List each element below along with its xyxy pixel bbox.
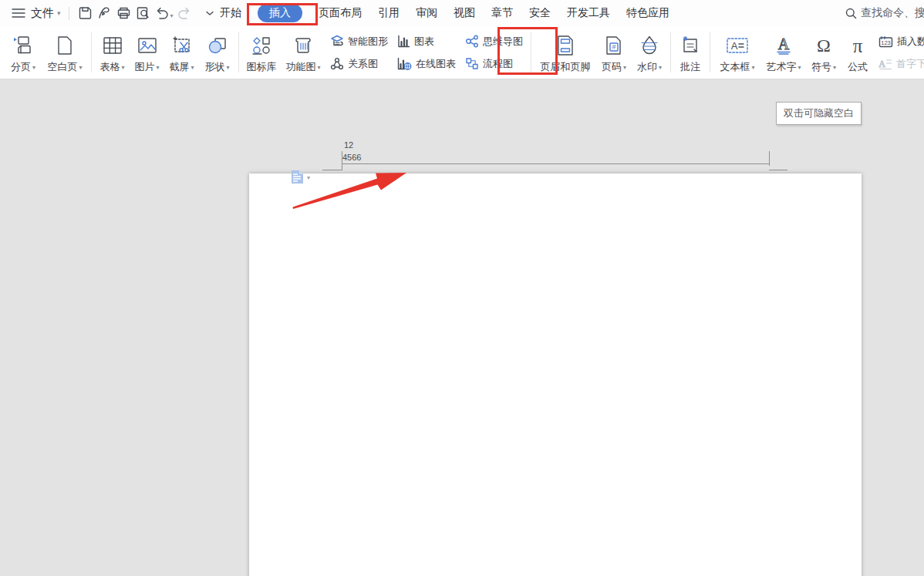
ribbon-insert-number-button[interactable]: 123 插入数字 (877, 32, 924, 52)
text-box-label: 文本框 (720, 60, 750, 74)
table-icon (103, 32, 123, 59)
shapes-label: 形状 (204, 60, 224, 74)
save-button[interactable] (76, 4, 95, 22)
ribbon-flowchart-button[interactable]: 流程图 (464, 54, 524, 74)
ribbon-watermark-button[interactable]: 水印▾ (632, 26, 667, 79)
ribbon-graphics-stack: 智能图形 关系图 (325, 26, 393, 79)
ribbon-mind-map-button[interactable]: 思维导图 (464, 32, 524, 52)
ribbon-header-footer-button[interactable]: 页眉和页脚 (535, 26, 596, 79)
ribbon-drop-cap-button[interactable]: A 首字下沉 (877, 54, 924, 74)
chevron-down-icon: ▾ (659, 64, 662, 71)
ribbon-symbol-button[interactable]: Ω 符号▾ (806, 26, 841, 79)
file-menu-label: 文件 (31, 6, 54, 21)
picture-label: 图片 (134, 60, 154, 74)
header-text-line1[interactable]: 12 (344, 140, 353, 151)
header-left-margin-mark (342, 151, 342, 170)
command-search-input[interactable]: 查找命令、搜索 (845, 0, 924, 26)
ribbon-page-number-button[interactable]: # 页码▾ (596, 26, 632, 79)
ribbon-relation-diagram-button[interactable]: 关系图 (329, 54, 389, 74)
redo-button[interactable] (175, 4, 194, 22)
document-page[interactable] (249, 173, 862, 576)
header-text-line2[interactable]: 4566 (342, 152, 361, 163)
ribbon-screenshot-button[interactable]: 截屏▾ (164, 26, 199, 79)
chevron-down-icon: ▾ (833, 64, 836, 71)
icon-library-icon (251, 32, 271, 59)
print-preview-button[interactable] (133, 4, 153, 22)
hide-blank-space-tip[interactable]: 双击可隐藏空白 (776, 102, 862, 125)
ribbon-blank-page-button[interactable]: 空白页▾ (42, 26, 88, 79)
toolbar-more-icon[interactable] (201, 4, 220, 22)
flowchart-label: 流程图 (483, 57, 513, 71)
ribbon-wordart-button[interactable]: A 艺术字▾ (761, 26, 806, 79)
undo-button[interactable] (153, 4, 172, 22)
chevron-down-icon: ▾ (57, 9, 61, 17)
tab-insert[interactable]: 插入 (258, 4, 302, 22)
online-chart-label: 在线图表 (416, 57, 456, 71)
mind-map-icon (465, 35, 479, 48)
ribbon-shapes-button[interactable]: 形状▾ (199, 26, 235, 79)
mind-map-label: 思维导图 (483, 35, 523, 49)
ribbon-text-box-button[interactable]: A 文本框▾ (713, 26, 761, 79)
ribbon-formula-button[interactable]: π 公式 (841, 26, 874, 79)
ribbon-table-button[interactable]: 表格▾ (95, 26, 130, 79)
chevron-down-icon: ▾ (79, 64, 82, 71)
ribbon-group-divider (238, 32, 239, 72)
header-right-corner-mark (769, 170, 787, 170)
ribbon-comment-button[interactable]: 批注 (674, 26, 706, 79)
tab-page-layout[interactable]: 页面布局 (319, 6, 362, 20)
header-document-icon (291, 170, 304, 184)
hash-glyph: # (612, 43, 615, 51)
main-menu-icon[interactable] (11, 5, 26, 21)
textbox-letter: A (731, 40, 738, 52)
tab-view[interactable]: 视图 (454, 6, 475, 20)
header-options-button[interactable]: ▾ (291, 170, 310, 184)
tab-special-apps[interactable]: 特色应用 (626, 6, 669, 20)
icon-library-label: 图标库 (247, 60, 277, 74)
ribbon-group-divider (670, 32, 671, 72)
tab-review[interactable]: 审阅 (416, 6, 437, 20)
smart-graphics-label: 智能图形 (348, 35, 388, 49)
pi-formula-icon: π (853, 32, 863, 59)
file-menu-button[interactable]: 文件 ▾ (31, 6, 61, 21)
ribbon-function-diagram-button[interactable]: 功能图▾ (281, 26, 325, 79)
text-box-icon: A (726, 32, 749, 59)
tab-references[interactable]: 引用 (378, 6, 400, 20)
ribbon-online-chart-button[interactable]: 在线图表 (396, 54, 457, 74)
quick-access-toolbar: ▾ (76, 4, 220, 22)
export-pdf-button[interactable] (95, 4, 114, 22)
chevron-down-icon: ▾ (798, 64, 801, 71)
chevron-down-icon: ▾ (226, 64, 229, 71)
page-number-label: 页码 (602, 60, 622, 74)
header-left-corner-mark (322, 170, 342, 170)
chevron-down-icon: ▾ (156, 64, 159, 71)
ribbon-picture-button[interactable]: 图片▾ (130, 26, 164, 79)
function-diagram-label: 功能图 (285, 60, 315, 74)
dropcap-letter: A (878, 59, 885, 69)
tab-developer[interactable]: 开发工具 (567, 6, 610, 20)
document-canvas (0, 79, 924, 576)
ribbon-group-divider (531, 32, 531, 72)
page-break-label: 分页 (11, 60, 31, 74)
smart-graphics-icon (330, 35, 344, 48)
header-boundary-line (342, 163, 769, 164)
undo-dropdown-icon[interactable]: ▾ (170, 12, 174, 19)
ribbon-chart-button[interactable]: 图表 (396, 32, 457, 52)
print-button[interactable] (114, 4, 133, 22)
watermark-label: 水印 (637, 60, 657, 74)
ribbon-page-break-button[interactable]: 分页▾ (5, 26, 42, 79)
ribbon-tabs: 开始 插入 页面布局 引用 审阅 视图 章节 安全 开发工具 特色应用 (220, 0, 669, 26)
wordart-label: 艺术字 (766, 60, 796, 74)
chevron-down-icon: ▾ (307, 174, 310, 181)
ribbon-group-divider (91, 32, 92, 72)
tab-section[interactable]: 章节 (491, 6, 513, 20)
numbers-glyph: 123 (881, 39, 891, 46)
relation-diagram-label: 关系图 (348, 57, 378, 71)
tab-home[interactable]: 开始 (220, 6, 241, 20)
ribbon-smart-graphics-button[interactable]: 智能图形 (329, 32, 389, 52)
relation-diagram-icon (330, 57, 344, 70)
ribbon-icon-library-button[interactable]: 图标库 (242, 26, 281, 79)
header-right-margin-mark (769, 151, 770, 166)
insert-number-label: 插入数字 (897, 35, 924, 49)
page-break-icon (12, 32, 34, 59)
tab-security[interactable]: 安全 (529, 6, 551, 20)
